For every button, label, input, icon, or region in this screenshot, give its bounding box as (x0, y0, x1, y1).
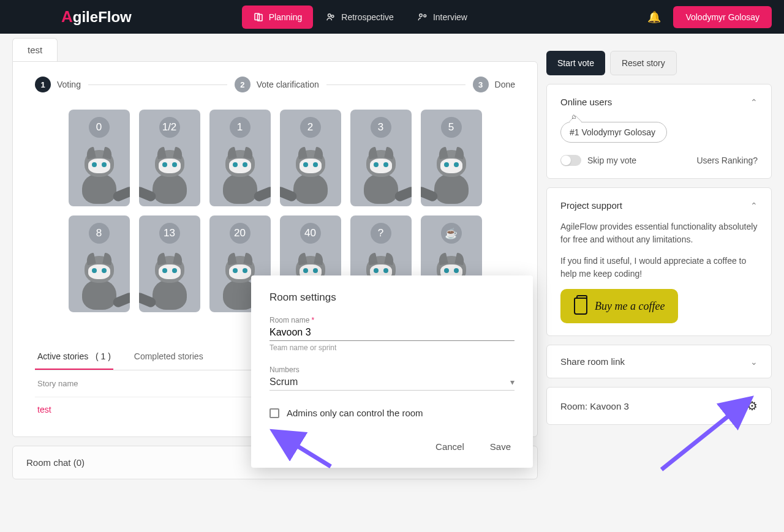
cancel-button[interactable]: Cancel (432, 436, 468, 457)
share-room-panel[interactable]: Share room link ⌄ (546, 345, 772, 378)
required-mark: * (311, 316, 314, 324)
svg-line-7 (277, 433, 331, 466)
topbar: A gileFlow Planning Retrospective Interv… (0, 0, 784, 34)
save-button[interactable]: Save (486, 436, 514, 457)
tab-completed-stories[interactable]: Completed stories (132, 344, 206, 370)
vote-card-half[interactable]: 1/2 (139, 110, 200, 206)
chat-title: Room chat (0) (26, 457, 85, 468)
vote-card-3[interactable]: 3 (350, 110, 412, 206)
users-ranking-link[interactable]: Users Ranking? (696, 155, 758, 165)
interview-icon (417, 12, 428, 23)
vote-card-8[interactable]: 8 (69, 215, 130, 312)
svg-point-5 (424, 14, 426, 17)
support-text-1: AgileFlow provides essential functionali… (560, 220, 758, 246)
buy-coffee-button[interactable]: Buy me a coffee (560, 289, 678, 323)
nav-interview[interactable]: Interview (406, 6, 478, 29)
step-line (88, 84, 227, 85)
admins-only-checkbox[interactable] (270, 408, 279, 418)
numbers-label: Numbers (270, 365, 300, 374)
user-button[interactable]: Volodymyr Golosay (673, 6, 772, 28)
dialog-title: Room settings (270, 291, 514, 304)
vote-card-5[interactable]: 5 (421, 110, 482, 206)
nav-right: 🔔 Volodymyr Golosay (647, 6, 772, 28)
admins-only-label: Admins only can control the room (287, 408, 423, 418)
chevron-up-icon[interactable]: ⌃ (750, 201, 758, 211)
home-icon: ⌂ (571, 112, 576, 121)
story-tab-label[interactable]: test (12, 38, 58, 61)
skip-vote-label: Skip my vote (587, 155, 636, 165)
online-users-panel: Online users ⌃ ⌂ #1 Volodymyr Golosay Sk… (546, 84, 772, 179)
step-line (326, 84, 466, 85)
support-title: Project support (560, 200, 622, 211)
online-user-pill[interactable]: #1 Volodymyr Golosay (560, 122, 667, 143)
start-vote-button[interactable]: Start vote (546, 51, 605, 75)
nav-center: Planning Retrospective Interview (242, 6, 478, 29)
reset-story-button[interactable]: Reset story (610, 51, 677, 75)
online-users-title: Online users (560, 97, 612, 107)
coffee-cup-icon (574, 298, 587, 315)
room-name-label: Room: Kavoon 3 (560, 401, 629, 411)
admins-only-row[interactable]: Admins only can control the room (270, 408, 514, 418)
nav-retrospective[interactable]: Retrospective (314, 6, 405, 29)
vote-card-0[interactable]: 0 (69, 110, 130, 206)
dropdown-icon: ▾ (510, 377, 514, 387)
users-icon (325, 12, 336, 23)
chevron-up-icon[interactable]: ⌃ (750, 97, 758, 107)
tab-active-stories[interactable]: Active stories ( 1 ) (35, 344, 113, 370)
name-label: Room name (270, 316, 309, 324)
nav-planning[interactable]: Planning (242, 6, 314, 29)
svg-point-2 (328, 13, 331, 17)
vote-card-13[interactable]: 13 (139, 215, 200, 312)
annotation-arrow (270, 429, 337, 471)
step-voting: 1 Voting (35, 77, 81, 92)
logo-mark: A (61, 7, 73, 26)
cards-icon (253, 12, 264, 23)
bell-icon[interactable]: 🔔 (647, 10, 661, 24)
steps: 1 Voting 2 Vote clarification 3 Done (35, 77, 515, 92)
numbers-select[interactable]: Scrum ▾ (270, 374, 514, 391)
logo[interactable]: A gileFlow (61, 7, 132, 26)
room-name-input[interactable] (270, 324, 514, 341)
vote-card-2[interactable]: 2 (280, 110, 341, 206)
svg-point-3 (331, 15, 334, 17)
project-support-panel: Project support ⌃ AgileFlow provides ess… (546, 187, 772, 336)
skip-vote-toggle[interactable] (560, 155, 581, 166)
vote-card-1[interactable]: 1 (209, 110, 271, 206)
annotation-arrow (655, 395, 760, 474)
logo-text: gileFlow (73, 9, 132, 26)
name-hint: Team name or sprint (270, 343, 514, 352)
action-row: Start vote Reset story (546, 51, 772, 75)
step-clarification: 2 Vote clarification (235, 77, 319, 92)
svg-point-4 (420, 13, 423, 17)
step-done: 3 Done (473, 77, 515, 92)
support-text-2: If you find it useful, I would appreciat… (560, 255, 758, 280)
chevron-down-icon: ⌄ (750, 357, 758, 367)
svg-line-9 (662, 401, 747, 470)
